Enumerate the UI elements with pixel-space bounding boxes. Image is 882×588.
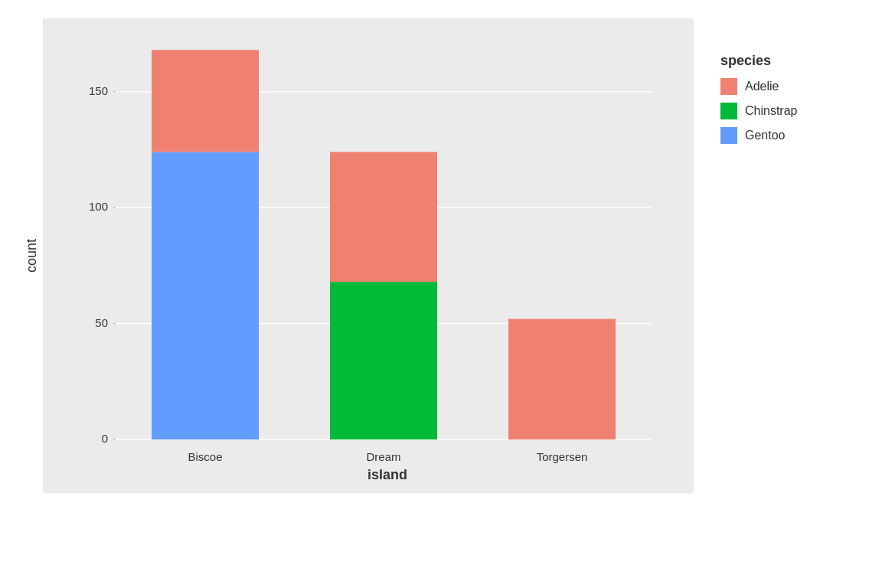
svg-text:150: 150 (89, 84, 108, 97)
x-axis-title: island (96, 467, 678, 483)
chart-svg: 0 50 100 150 (58, 34, 678, 462)
legend-label-gentoo: Gentoo (745, 129, 785, 142)
bar-biscoe-adelie (152, 50, 259, 152)
legend-label-chinstrap: Chinstrap (745, 104, 797, 118)
x-label-dream: Dream (366, 450, 400, 463)
legend-item-gentoo: Gentoo (720, 127, 851, 144)
legend-swatch-chinstrap (720, 103, 737, 119)
plot-with-legend: 0 50 100 150 (43, 18, 862, 493)
y-axis-label: count (20, 34, 43, 478)
svg-text:50: 50 (95, 316, 108, 329)
x-label-torgersen: Torgersen (537, 450, 588, 463)
bar-torgersen-adelie (508, 319, 616, 440)
svg-text:100: 100 (89, 200, 108, 213)
legend-label-adelie: Adelie (745, 80, 779, 93)
x-label-biscoe: Biscoe (188, 450, 222, 463)
legend-swatch-adelie (720, 78, 737, 95)
plot-wrapper: 0 50 100 150 (43, 18, 694, 493)
svg-text:0: 0 (102, 432, 108, 445)
legend: species Adelie Chinstrap Gentoo (709, 41, 862, 163)
bar-biscoe-gentoo (152, 152, 259, 440)
bar-dream-adelie (330, 152, 437, 283)
chart-container: count (20, 18, 862, 570)
bar-dream-chinstrap (330, 282, 437, 439)
legend-item-adelie: Adelie (720, 78, 851, 95)
legend-swatch-gentoo (720, 127, 737, 144)
legend-item-chinstrap: Chinstrap (720, 103, 851, 119)
plot-section: 0 50 100 150 (43, 18, 862, 493)
chart-area: count (20, 18, 862, 570)
legend-title: species (720, 53, 851, 69)
